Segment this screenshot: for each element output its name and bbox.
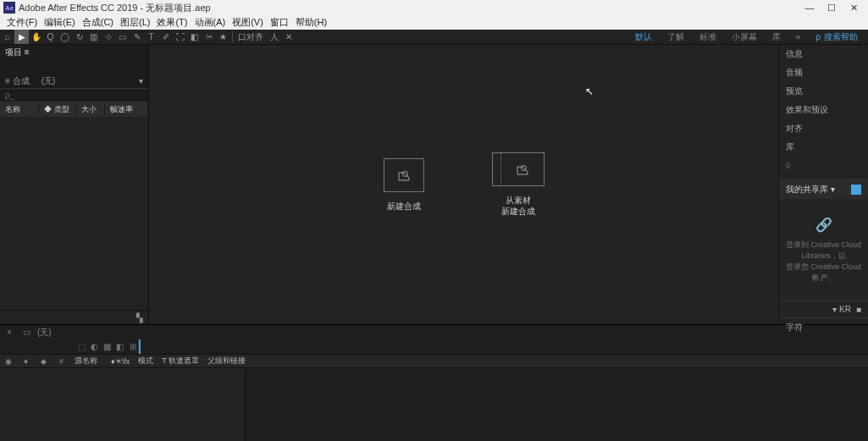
time-ruler[interactable] (138, 339, 868, 354)
timeline-icon[interactable]: ▭ (20, 328, 32, 337)
col-size[interactable]: 大小 (76, 104, 105, 115)
search-icon: ρ (786, 160, 791, 169)
menu-window[interactable]: 窗口 (270, 16, 289, 29)
menu-file[interactable]: 文件(F) (7, 16, 37, 29)
snap-toggle[interactable]: 口对齐 (235, 30, 267, 44)
puppet-tool-icon[interactable]: ★ (216, 30, 230, 44)
eye-col-icon[interactable]: ◉ (3, 357, 13, 366)
orbit-tool-icon[interactable]: ◯ (58, 30, 72, 44)
close-button[interactable]: ✕ (843, 3, 865, 14)
anchor-tool-icon[interactable]: ⊹ (101, 30, 115, 44)
num-col[interactable]: # (57, 357, 66, 366)
timeline-tabs: × ▭ (无) (0, 325, 868, 339)
panel-libraries[interactable]: 库 (779, 138, 868, 157)
playhead-icon[interactable] (139, 339, 141, 354)
brush-tool-icon[interactable]: ✐ (158, 30, 173, 44)
maximize-button[interactable]: ☐ (821, 3, 843, 14)
tl-btn2-icon[interactable]: ◐ (89, 342, 100, 351)
project-panel: 项目 ≡ ≡ 合成 (无) ▾ ρ_ 名称 ◆ 类型 大小 帧速率 ▚ (0, 45, 149, 324)
minimize-button[interactable]: — (799, 3, 821, 13)
selection-tool-icon[interactable]: ▶ (14, 30, 29, 44)
menu-help[interactable]: 帮助(H) (296, 16, 327, 29)
new-composition-button[interactable]: 新建合成 (384, 158, 424, 212)
col-rate[interactable]: 帧速率 (105, 104, 148, 115)
new-comp-from-footage-button[interactable]: 从素材新建合成 (492, 152, 545, 217)
camera-tool-icon[interactable]: ▥ (86, 30, 101, 44)
label-col-icon[interactable]: ◆ (39, 357, 48, 366)
workspace-standard[interactable]: 标准 (699, 31, 716, 43)
workspace-libs[interactable]: 库 (772, 31, 781, 43)
zoom-tool-icon[interactable]: Q (43, 30, 58, 44)
menu-layer[interactable]: 图层(L) (120, 16, 150, 29)
stamp-tool-icon[interactable]: ⛶ (173, 30, 187, 44)
menu-animation[interactable]: 动画(A) (195, 16, 226, 29)
panel-effects-presets[interactable]: 效果和预设 (779, 101, 868, 119)
panel-audio[interactable]: 音频 (779, 63, 868, 82)
from-footage-label: 从素材新建合成 (501, 195, 535, 217)
shape-tool-icon[interactable]: ▭ (115, 30, 130, 44)
menu-composition[interactable]: 合成(C) (82, 16, 113, 29)
col-type[interactable]: ◆ 类型 (39, 104, 76, 115)
track-col[interactable]: T 轨道遮罩 (162, 356, 199, 367)
timeline-tab-none[interactable]: (无) (37, 327, 52, 339)
source-col[interactable]: 源名称 (75, 356, 97, 367)
menu-bar: 文件(F) 编辑(E) 合成(C) 图层(L) 效果(T) 动画(A) 视图(V… (0, 15, 868, 30)
right-panels: 信息 音频 预览 效果和预设 对齐 库 ρ 我的共享库 ▾ 🔗 登录到 Crea… (778, 45, 868, 324)
mode-col[interactable]: 模式 (138, 356, 153, 367)
search-help[interactable]: ρ搜索帮助 (815, 31, 858, 43)
panel-info[interactable]: 信息 (779, 45, 868, 63)
col-name[interactable]: 名称 (0, 104, 39, 115)
timeline-body (0, 368, 868, 441)
menu-edit[interactable]: 编辑(E) (44, 16, 75, 29)
composition-panel: ↖ 新建合成 从素材新建合成 (149, 45, 778, 324)
tl-btn4-icon[interactable]: ◧ (114, 342, 125, 351)
menu-view[interactable]: 视图(V) (232, 16, 263, 29)
snap-opt-icon[interactable]: 人 (267, 30, 281, 44)
hand-tool-icon[interactable]: ✋ (29, 30, 43, 44)
effects-search[interactable]: ρ (779, 157, 868, 173)
lock-col-icon[interactable]: ● (21, 357, 30, 366)
footage-frame-icon (492, 152, 545, 186)
lib-msg2: 登录您 Creative Cloud 帐户。 (782, 262, 865, 284)
switches-col[interactable]: ♦☀\fx (111, 357, 130, 366)
snap-opt2-icon[interactable]: ✕ (281, 30, 296, 44)
timeline-panel: × ▭ (无) ⬚ ◐ ▦ ◧ ⊞ ◉ ● ◆ # 源名称 ♦☀\fx 模式 T… (0, 324, 868, 441)
app-icon: Ae (3, 2, 15, 14)
timeline-tracks[interactable] (246, 368, 868, 441)
tl-btn3-icon[interactable]: ▦ (102, 342, 113, 351)
tab-project[interactable]: 项目 ≡ (5, 47, 30, 58)
menu-effect[interactable]: 效果(T) (157, 16, 187, 29)
parent-col[interactable]: 父级和链接 (207, 356, 246, 367)
tab-compose-mini[interactable]: ≡ 合成 (5, 75, 30, 87)
timeline-time-row: ⬚ ◐ ▦ ◧ ⊞ (0, 339, 868, 354)
render-queue-icon[interactable]: × (3, 328, 15, 337)
panel-preview[interactable]: 预览 (779, 82, 868, 101)
workspace-default[interactable]: 默认 (635, 31, 652, 43)
layer-list[interactable] (0, 368, 246, 441)
interpret-icon[interactable]: ▚ (136, 313, 143, 322)
panel-align[interactable]: 对齐 (779, 119, 868, 138)
libraries-header[interactable]: 我的共享库 ▾ (779, 180, 868, 199)
text-tool-icon[interactable]: T (144, 30, 158, 44)
eraser-tool-icon[interactable]: ◧ (187, 30, 202, 44)
project-body[interactable] (0, 117, 148, 310)
workspace-learn[interactable]: 了解 (667, 31, 684, 43)
roto-tool-icon[interactable]: ✂ (202, 30, 216, 44)
char-kern[interactable]: ▾ KR (832, 305, 851, 314)
workspace-small[interactable]: 小屏幕 (732, 31, 757, 43)
rotate-tool-icon[interactable]: ↻ (72, 30, 86, 44)
tl-btn5-icon[interactable]: ⊞ (127, 342, 138, 351)
workspace-more-icon[interactable]: » (796, 32, 801, 41)
chev-icon[interactable]: ▾ (139, 76, 143, 85)
lib-sync-icon[interactable] (851, 185, 861, 195)
pen-tool-icon[interactable]: ✎ (130, 30, 144, 44)
project-search[interactable]: ρ_ (0, 88, 148, 102)
char-fill-icon[interactable]: ■ (856, 305, 861, 314)
search-icon: ρ (815, 32, 821, 41)
tl-btn1-icon[interactable]: ⬚ (76, 342, 87, 351)
project-name: 无标题项目.aep (146, 2, 210, 14)
home-icon[interactable]: ⌂ (0, 30, 14, 44)
tab-none-mini: (无) (41, 75, 56, 87)
mouse-cursor-icon: ↖ (585, 85, 594, 97)
character-footer: ▾ KR ■ (779, 300, 868, 317)
